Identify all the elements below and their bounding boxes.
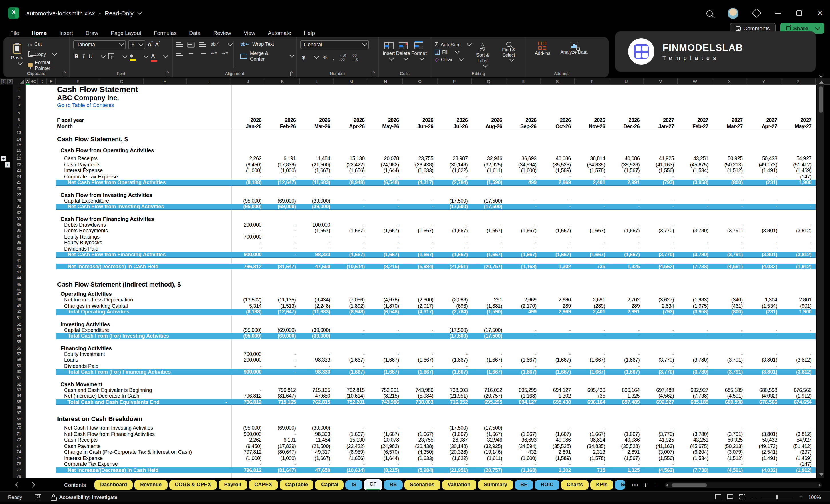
cell[interactable]: [231, 281, 816, 288]
cell[interactable]: (1,512): [712, 455, 747, 461]
cell[interactable]: -: [369, 363, 403, 369]
cell[interactable]: 23,755: [403, 156, 437, 162]
cell[interactable]: -: [712, 222, 747, 228]
format-painter-button[interactable]: Format Painter: [28, 59, 66, 71]
menu-tab-insert[interactable]: Insert: [59, 29, 73, 38]
cell[interactable]: -: [403, 363, 437, 369]
cell[interactable]: 680,598: [712, 399, 747, 405]
cell[interactable]: 762,815: [300, 399, 334, 405]
decrease-decimal-icon[interactable]: .00→.0: [352, 53, 358, 61]
cell[interactable]: (3,780): [678, 369, 712, 375]
cell[interactable]: -: [712, 240, 747, 246]
cell[interactable]: 49,317: [300, 449, 334, 455]
cell[interactable]: 2026: [472, 117, 506, 123]
cell[interactable]: 1,325: [609, 263, 643, 270]
cell[interactable]: -: [506, 363, 541, 369]
column-header-F[interactable]: F: [56, 78, 100, 85]
cell[interactable]: -: [747, 327, 781, 333]
accessibility-status[interactable]: Accessibility: Investigate: [59, 494, 117, 500]
cell[interactable]: 2,401: [575, 309, 609, 315]
cell[interactable]: (1,611): [472, 168, 506, 174]
clear-button[interactable]: ◇Clear: [435, 57, 470, 62]
cell[interactable]: (1,667): [575, 228, 609, 234]
cell[interactable]: (26,438): [403, 162, 437, 168]
cell[interactable]: 289: [541, 303, 575, 309]
cell[interactable]: -: [747, 461, 781, 467]
cell[interactable]: 2026: [403, 117, 437, 123]
cell[interactable]: (8,215): [369, 393, 403, 399]
cell[interactable]: 2027: [712, 117, 747, 123]
sheet-tab-cogs-opex[interactable]: COGS & OPEX: [169, 480, 217, 490]
cell[interactable]: -: [541, 425, 575, 431]
cell[interactable]: (3,791): [712, 252, 747, 258]
cell[interactable]: Jan-27: [643, 123, 678, 129]
cell[interactable]: -: [300, 363, 334, 369]
cell[interactable]: 54,927: [781, 437, 816, 443]
menu-tab-formulas[interactable]: Formulas: [154, 29, 177, 38]
cell[interactable]: [231, 381, 816, 387]
row-number-68[interactable]: 68: [12, 415, 26, 423]
cell[interactable]: -: [747, 174, 781, 180]
cell[interactable]: (3,791): [712, 431, 747, 437]
row-number-39[interactable]: 39: [12, 246, 26, 252]
cell[interactable]: Aug-26: [472, 123, 506, 129]
cell[interactable]: -: [781, 333, 816, 339]
cell[interactable]: -: [369, 246, 403, 252]
cell[interactable]: -: [541, 204, 575, 210]
sheet-tab-valuation[interactable]: Valuation: [442, 480, 476, 490]
cell[interactable]: (4,591): [712, 467, 747, 473]
cell[interactable]: 50,433: [747, 156, 781, 162]
cell[interactable]: (6,570): [369, 449, 403, 455]
sheet-tab-be[interactable]: BE: [514, 480, 533, 490]
cell[interactable]: 2,969: [541, 180, 575, 186]
cell[interactable]: -: [575, 240, 609, 246]
cell[interactable]: (32,925): [472, 162, 506, 168]
cell[interactable]: -: [678, 204, 712, 210]
increase-font-icon[interactable]: Aˆ: [148, 41, 153, 48]
cell[interactable]: 43,251: [678, 156, 712, 162]
row-number-51[interactable]: 51: [12, 315, 26, 321]
row-number-14[interactable]: 14: [12, 135, 26, 143]
cell[interactable]: 2,262: [231, 156, 265, 162]
cell[interactable]: -: [265, 240, 300, 246]
cell[interactable]: (1,168): [506, 263, 541, 270]
row-number-3[interactable]: 3: [12, 102, 26, 109]
column-header-Z[interactable]: Z: [781, 78, 816, 85]
cell[interactable]: -: [643, 425, 678, 431]
cell[interactable]: -: [609, 234, 643, 240]
row-number-24[interactable]: 24: [12, 174, 26, 180]
cell[interactable]: 796,812: [231, 399, 265, 405]
cell[interactable]: [231, 321, 816, 327]
cell[interactable]: -: [575, 327, 609, 333]
cell[interactable]: (24,982): [369, 162, 403, 168]
cell[interactable]: (1,556): [643, 455, 678, 461]
cell[interactable]: (1,667): [437, 357, 472, 363]
sheet-options-icon[interactable]: ⋮: [653, 482, 659, 488]
cell[interactable]: -: [437, 246, 472, 252]
cell[interactable]: (34,594): [506, 443, 541, 449]
cell[interactable]: [231, 339, 816, 345]
cell[interactable]: -: [643, 246, 678, 252]
search-icon[interactable]: [706, 10, 713, 16]
cell[interactable]: 41,925: [643, 437, 678, 443]
cell[interactable]: (17,839): [265, 443, 300, 449]
cell[interactable]: (3,780): [678, 431, 712, 437]
cell[interactable]: (4,678): [369, 297, 403, 303]
cell[interactable]: (17,839): [265, 162, 300, 168]
row-number-43[interactable]: 43: [12, 270, 26, 275]
cell[interactable]: 6,191: [265, 437, 300, 443]
cell[interactable]: (793): [643, 180, 678, 186]
cell[interactable]: 291: [472, 297, 506, 303]
cell[interactable]: 796,812: [231, 393, 265, 399]
cell[interactable]: 1,304: [747, 297, 781, 303]
cell[interactable]: -: [712, 198, 747, 204]
accessibility-icon[interactable]: [50, 494, 56, 500]
cell[interactable]: -: [265, 228, 300, 234]
column-header-W[interactable]: W: [678, 78, 712, 85]
cell[interactable]: -: [334, 461, 369, 467]
cell[interactable]: (69,000): [265, 198, 300, 204]
column-header-V[interactable]: V: [643, 78, 678, 85]
column-header-O[interactable]: O: [403, 78, 437, 85]
cell[interactable]: -: [506, 333, 541, 339]
cell[interactable]: 50,925: [712, 156, 747, 162]
